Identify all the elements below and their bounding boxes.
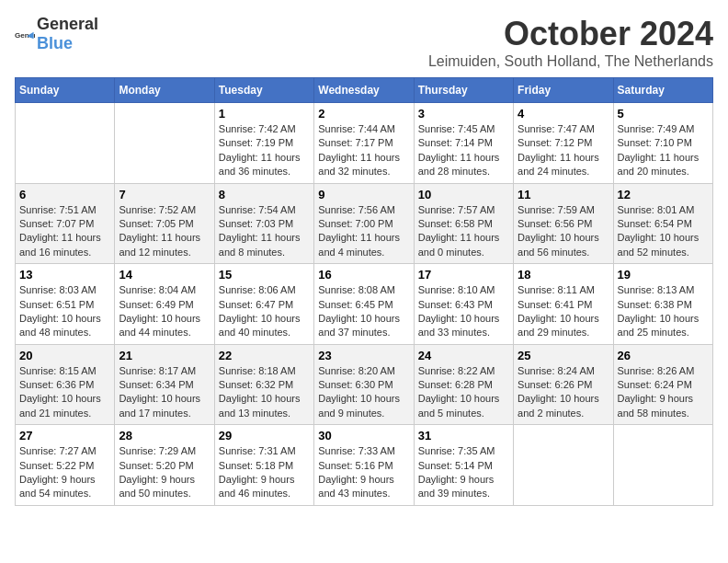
- day-number: 31: [418, 429, 509, 442]
- day-number: 9: [318, 188, 409, 201]
- day-header-monday: Monday: [115, 78, 214, 103]
- calendar-cell: 1Sunrise: 7:42 AM Sunset: 7:19 PM Daylig…: [214, 103, 313, 184]
- calendar-cell: 4Sunrise: 7:47 AM Sunset: 7:12 PM Daylig…: [514, 103, 613, 184]
- day-info: Sunrise: 7:27 AM Sunset: 5:22 PM Dayligh…: [19, 444, 110, 501]
- day-number: 25: [518, 349, 609, 362]
- calendar-cell: 26Sunrise: 8:26 AM Sunset: 6:24 PM Dayli…: [613, 344, 712, 425]
- day-info: Sunrise: 8:06 AM Sunset: 6:47 PM Dayligh…: [219, 283, 310, 340]
- calendar-cell: 16Sunrise: 8:08 AM Sunset: 6:45 PM Dayli…: [314, 264, 414, 345]
- calendar-body: 1Sunrise: 7:42 AM Sunset: 7:19 PM Daylig…: [16, 103, 713, 506]
- day-number: 6: [19, 188, 110, 201]
- day-info: Sunrise: 8:22 AM Sunset: 6:28 PM Dayligh…: [418, 364, 509, 421]
- day-header-tuesday: Tuesday: [214, 78, 313, 103]
- day-number: 4: [518, 107, 609, 121]
- calendar-cell: 15Sunrise: 8:06 AM Sunset: 6:47 PM Dayli…: [214, 264, 313, 345]
- day-info: Sunrise: 8:13 AM Sunset: 6:38 PM Dayligh…: [618, 283, 709, 340]
- day-number: 11: [518, 188, 609, 201]
- day-info: Sunrise: 7:51 AM Sunset: 7:07 PM Dayligh…: [19, 203, 110, 260]
- title-area: October 2024 Leimuiden, South Holland, T…: [428, 15, 713, 70]
- calendar-cell: 22Sunrise: 8:18 AM Sunset: 6:32 PM Dayli…: [214, 344, 313, 425]
- calendar-cell: 23Sunrise: 8:20 AM Sunset: 6:30 PM Dayli…: [314, 344, 414, 425]
- calendar-cell: 19Sunrise: 8:13 AM Sunset: 6:38 PM Dayli…: [613, 264, 712, 345]
- day-number: 28: [119, 429, 210, 442]
- day-number: 16: [318, 268, 409, 282]
- calendar-cell: [514, 425, 613, 506]
- day-number: 17: [418, 268, 509, 282]
- calendar-cell: 24Sunrise: 8:22 AM Sunset: 6:28 PM Dayli…: [414, 344, 513, 425]
- day-info: Sunrise: 8:26 AM Sunset: 6:24 PM Dayligh…: [618, 364, 709, 421]
- calendar-cell: 31Sunrise: 7:35 AM Sunset: 5:14 PM Dayli…: [414, 425, 513, 506]
- calendar-cell: [613, 425, 712, 506]
- day-number: 23: [318, 349, 409, 362]
- day-number: 5: [618, 107, 709, 121]
- day-number: 1: [219, 107, 310, 121]
- day-info: Sunrise: 8:03 AM Sunset: 6:51 PM Dayligh…: [19, 283, 110, 340]
- day-number: 12: [618, 188, 709, 201]
- calendar-cell: 17Sunrise: 8:10 AM Sunset: 6:43 PM Dayli…: [414, 264, 513, 345]
- calendar-cell: 29Sunrise: 7:31 AM Sunset: 5:18 PM Dayli…: [214, 425, 313, 506]
- logo-icon: General: [15, 24, 35, 44]
- day-number: 19: [618, 268, 709, 282]
- calendar-cell: 6Sunrise: 7:51 AM Sunset: 7:07 PM Daylig…: [16, 183, 115, 264]
- week-row-1: 1Sunrise: 7:42 AM Sunset: 7:19 PM Daylig…: [16, 103, 713, 184]
- day-info: Sunrise: 8:18 AM Sunset: 6:32 PM Dayligh…: [219, 364, 310, 421]
- day-info: Sunrise: 8:24 AM Sunset: 6:26 PM Dayligh…: [518, 364, 609, 421]
- day-info: Sunrise: 7:57 AM Sunset: 6:58 PM Dayligh…: [418, 203, 509, 260]
- logo: General General Blue: [15, 15, 98, 53]
- location-title: Leimuiden, South Holland, The Netherland…: [428, 53, 713, 70]
- calendar-cell: 12Sunrise: 8:01 AM Sunset: 6:54 PM Dayli…: [613, 183, 712, 264]
- day-number: 3: [418, 107, 509, 121]
- day-number: 14: [119, 268, 210, 282]
- calendar-cell: 3Sunrise: 7:45 AM Sunset: 7:14 PM Daylig…: [414, 103, 513, 184]
- week-row-3: 13Sunrise: 8:03 AM Sunset: 6:51 PM Dayli…: [16, 264, 713, 345]
- day-info: Sunrise: 7:31 AM Sunset: 5:18 PM Dayligh…: [219, 444, 310, 501]
- day-info: Sunrise: 8:15 AM Sunset: 6:36 PM Dayligh…: [19, 364, 110, 421]
- day-info: Sunrise: 8:17 AM Sunset: 6:34 PM Dayligh…: [119, 364, 210, 421]
- day-info: Sunrise: 7:59 AM Sunset: 6:56 PM Dayligh…: [518, 203, 609, 260]
- day-number: 21: [119, 349, 210, 362]
- day-info: Sunrise: 8:01 AM Sunset: 6:54 PM Dayligh…: [618, 203, 709, 260]
- day-info: Sunrise: 7:52 AM Sunset: 7:05 PM Dayligh…: [119, 203, 210, 260]
- calendar-cell: 20Sunrise: 8:15 AM Sunset: 6:36 PM Dayli…: [16, 344, 115, 425]
- calendar-cell: 13Sunrise: 8:03 AM Sunset: 6:51 PM Dayli…: [16, 264, 115, 345]
- calendar-cell: 10Sunrise: 7:57 AM Sunset: 6:58 PM Dayli…: [414, 183, 513, 264]
- day-number: 7: [119, 188, 210, 201]
- day-info: Sunrise: 7:45 AM Sunset: 7:14 PM Dayligh…: [418, 122, 509, 179]
- calendar-cell: 21Sunrise: 8:17 AM Sunset: 6:34 PM Dayli…: [115, 344, 214, 425]
- day-number: 13: [19, 268, 110, 282]
- calendar-cell: 25Sunrise: 8:24 AM Sunset: 6:26 PM Dayli…: [514, 344, 613, 425]
- day-number: 20: [19, 349, 110, 362]
- day-number: 29: [219, 429, 310, 442]
- week-row-5: 27Sunrise: 7:27 AM Sunset: 5:22 PM Dayli…: [16, 425, 713, 506]
- calendar-header-row: SundayMondayTuesdayWednesdayThursdayFrid…: [16, 78, 713, 103]
- calendar-cell: 27Sunrise: 7:27 AM Sunset: 5:22 PM Dayli…: [16, 425, 115, 506]
- day-number: 27: [19, 429, 110, 442]
- calendar-cell: 8Sunrise: 7:54 AM Sunset: 7:03 PM Daylig…: [214, 183, 313, 264]
- day-info: Sunrise: 8:11 AM Sunset: 6:41 PM Dayligh…: [518, 283, 609, 340]
- day-number: 15: [219, 268, 310, 282]
- day-info: Sunrise: 7:42 AM Sunset: 7:19 PM Dayligh…: [219, 122, 310, 179]
- logo-text-blue: Blue: [37, 34, 73, 52]
- calendar-cell: 18Sunrise: 8:11 AM Sunset: 6:41 PM Dayli…: [514, 264, 613, 345]
- day-info: Sunrise: 7:44 AM Sunset: 7:17 PM Dayligh…: [318, 122, 409, 179]
- calendar-cell: 5Sunrise: 7:49 AM Sunset: 7:10 PM Daylig…: [613, 103, 712, 184]
- day-header-thursday: Thursday: [414, 78, 513, 103]
- day-number: 18: [518, 268, 609, 282]
- day-number: 2: [318, 107, 409, 121]
- day-header-sunday: Sunday: [16, 78, 115, 103]
- day-number: 24: [418, 349, 509, 362]
- day-info: Sunrise: 7:54 AM Sunset: 7:03 PM Dayligh…: [219, 203, 310, 260]
- day-header-friday: Friday: [514, 78, 613, 103]
- day-header-wednesday: Wednesday: [314, 78, 414, 103]
- calendar-cell: 7Sunrise: 7:52 AM Sunset: 7:05 PM Daylig…: [115, 183, 214, 264]
- day-info: Sunrise: 7:47 AM Sunset: 7:12 PM Dayligh…: [518, 122, 609, 179]
- day-info: Sunrise: 7:35 AM Sunset: 5:14 PM Dayligh…: [418, 444, 509, 501]
- logo-text-general: General: [37, 15, 98, 33]
- calendar-cell: 28Sunrise: 7:29 AM Sunset: 5:20 PM Dayli…: [115, 425, 214, 506]
- day-number: 10: [418, 188, 509, 201]
- day-info: Sunrise: 8:20 AM Sunset: 6:30 PM Dayligh…: [318, 364, 409, 421]
- day-number: 30: [318, 429, 409, 442]
- day-info: Sunrise: 8:08 AM Sunset: 6:45 PM Dayligh…: [318, 283, 409, 340]
- day-info: Sunrise: 8:04 AM Sunset: 6:49 PM Dayligh…: [119, 283, 210, 340]
- day-info: Sunrise: 7:49 AM Sunset: 7:10 PM Dayligh…: [618, 122, 709, 179]
